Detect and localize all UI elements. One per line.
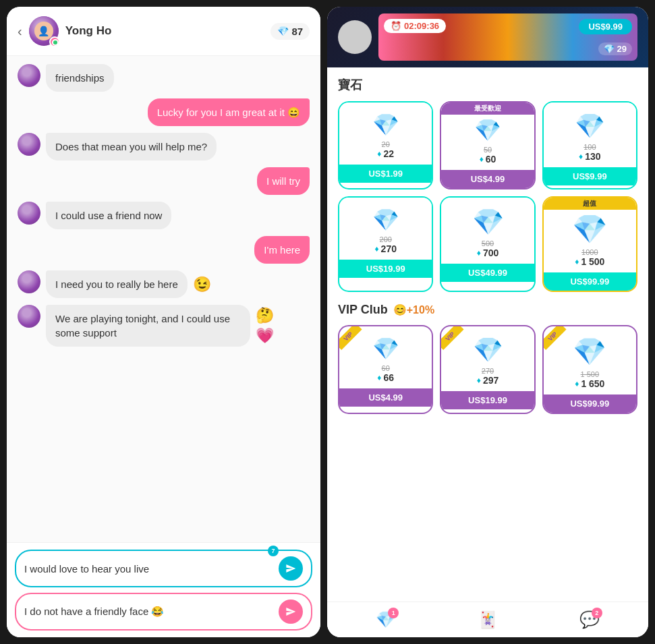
message-input-2[interactable] (24, 606, 273, 618)
vip-card-2[interactable]: 💎 270 ♦297 US$19.99 (440, 325, 535, 414)
diamond-symbol: ♦ (579, 152, 583, 161)
gem-image: 💎 (575, 112, 605, 140)
vip-section-title: VIP Club 😊+10% (338, 303, 637, 317)
diamond-symbol: ♦ (575, 379, 579, 388)
msg-avatar (18, 64, 40, 87)
gem-card-body: 💎 20 ♦22 (339, 103, 432, 159)
gem-new-count: ♦1 650 (575, 378, 604, 389)
gem-old-count: 50 (484, 146, 492, 154)
message-bubble: I could use a friend now (46, 202, 171, 229)
vip-title-text: VIP Club (338, 303, 388, 317)
message-input-1[interactable] (24, 563, 273, 575)
super-badge: 超值 (544, 198, 636, 210)
vip-ribbon (544, 326, 571, 353)
message-bubble: Does that mean you will help me? (46, 133, 217, 160)
send-button-2[interactable] (279, 599, 303, 624)
gem-card-3[interactable]: 💎 100 ♦130 US$9.99 (542, 101, 637, 189)
message-row: I will try (18, 167, 310, 195)
chat-input-area: 7 (7, 542, 320, 637)
back-button[interactable]: ‹ (18, 24, 22, 39)
gem-number: 87 (291, 26, 303, 37)
gem-old-count: 1000 (581, 248, 598, 256)
chat-panel: ‹ 👤 1 Yong Ho 💎 87 friendships Lucky for… (7, 7, 320, 637)
vip-card-3[interactable]: 💎 1 500 ♦1 650 US$99.99 (542, 325, 637, 414)
vip-ribbon (441, 326, 468, 353)
shop-content: 寶石 💎 20 ♦22 US$1.99 最受歡迎 💎 50 ♦60 (327, 67, 648, 602)
gem-card-body: 💎 200 ♦270 (339, 198, 432, 254)
card-footer-icon: 🃏 (478, 610, 498, 629)
gem-price: US$99.99 (544, 272, 636, 291)
vip-bonus: 😊+10% (393, 303, 434, 316)
gem-new-count: ♦22 (377, 148, 394, 159)
gem-card-body: 💎 100 ♦130 (544, 103, 636, 162)
online-indicator (52, 39, 59, 46)
live-gem-number: 29 (617, 44, 627, 54)
msg-avatar (18, 202, 40, 225)
live-gem-count: 💎 29 (598, 42, 632, 55)
gem-price: US$4.99 (441, 170, 534, 188)
gem-card-body: 💎 500 ♦700 (441, 198, 534, 258)
gem-new-count: ♦700 (477, 247, 499, 258)
message-row: I need you to really be here 😉 (18, 270, 310, 298)
message-bubble: I need you to really be here (46, 270, 188, 298)
gem-new-count: ♦297 (477, 375, 499, 386)
gem-new-count: ♦60 (480, 154, 496, 165)
chat-messages: friendships Lucky for you I am great at … (7, 56, 320, 542)
gem-card-1[interactable]: 💎 20 ♦22 US$1.99 (338, 101, 433, 189)
message-bubble: I will try (257, 167, 310, 195)
gem-price: US$19.99 (339, 260, 432, 278)
avatar-container: 👤 1 (29, 16, 59, 46)
message-row: friendships (18, 64, 310, 92)
timer-value: 02:09:36 (404, 21, 439, 31)
gem-card-6[interactable]: 超值 💎 1000 ♦1 500 US$99.99 (542, 196, 637, 292)
footer-chat-icon[interactable]: 💬 2 (579, 610, 600, 629)
input-row-1: 7 (15, 550, 312, 587)
shop-footer: 💎 1 🃏 💬 2 (327, 602, 648, 637)
gem-old-count: 1 500 (581, 370, 600, 378)
vip-card-1[interactable]: 💎 60 ♦66 US$4.99 (338, 325, 433, 414)
gem-image: 💎 (572, 212, 607, 245)
gem-image: 💎 (473, 336, 503, 364)
gem-image: 💎 (573, 336, 606, 368)
popular-badge: 最受歡迎 (441, 103, 534, 115)
shop-panel: ⏰ 02:09:36 US$9.99 💎 29 寶石 💎 20 ♦22 US$1… (327, 7, 648, 637)
gem-image: 💎 (474, 117, 501, 143)
contact-name: Yong Ho (65, 24, 264, 38)
footer-gem-icon[interactable]: 💎 1 (376, 610, 396, 629)
gem-old-count: 100 (583, 143, 596, 151)
gem-new-count: ♦66 (377, 372, 394, 383)
diamond-icon: 💎 (604, 44, 615, 54)
buy-button[interactable]: US$9.99 (579, 19, 632, 34)
gem-price: US$49.99 (441, 264, 534, 282)
timer-icon: ⏰ (391, 21, 401, 31)
gem-old-count: 270 (482, 367, 494, 375)
diamond-symbol: ♦ (477, 248, 481, 258)
gem-old-count: 500 (482, 239, 494, 247)
footer-badge-3: 2 (592, 608, 602, 618)
send-button-1[interactable] (279, 556, 303, 581)
message-bubble: Lucky for you I am great at it 😄 (148, 98, 310, 126)
gems-grid: 💎 20 ♦22 US$1.99 最受歡迎 💎 50 ♦60 US$4.99 (338, 101, 637, 292)
message-row: We are playing tonight, and I could use … (18, 305, 310, 347)
emoji-decoration: 😉 (193, 276, 211, 293)
message-row: Lucky for you I am great at it 😄 (18, 98, 310, 126)
gem-card-4[interactable]: 💎 200 ♦270 US$19.99 (338, 196, 433, 292)
gem-badge: 7 (268, 546, 279, 556)
vip-price: US$99.99 (544, 394, 636, 413)
message-row: I could use a friend now (18, 202, 310, 229)
footer-card-icon[interactable]: 🃏 (478, 610, 498, 629)
msg-avatar (18, 305, 40, 328)
message-bubble: friendships (46, 64, 114, 92)
gem-card-5[interactable]: 💎 500 ♦700 US$49.99 (440, 196, 535, 292)
diamond-symbol: ♦ (374, 244, 378, 254)
live-banner: ⏰ 02:09:36 US$9.99 💎 29 (378, 13, 637, 61)
live-header: ⏰ 02:09:36 US$9.99 💎 29 (327, 7, 648, 67)
gem-card-2[interactable]: 最受歡迎 💎 50 ♦60 US$4.99 (440, 101, 535, 189)
gem-image: 💎 (472, 207, 504, 237)
diamond-symbol: ♦ (377, 149, 381, 158)
gem-image: 💎 (372, 336, 399, 361)
timer-badge: ⏰ 02:09:36 (384, 19, 446, 33)
diamond-symbol: ♦ (377, 373, 381, 382)
gem-image: 💎 (372, 112, 399, 138)
message-bubble: We are playing tonight, and I could use … (46, 305, 250, 347)
